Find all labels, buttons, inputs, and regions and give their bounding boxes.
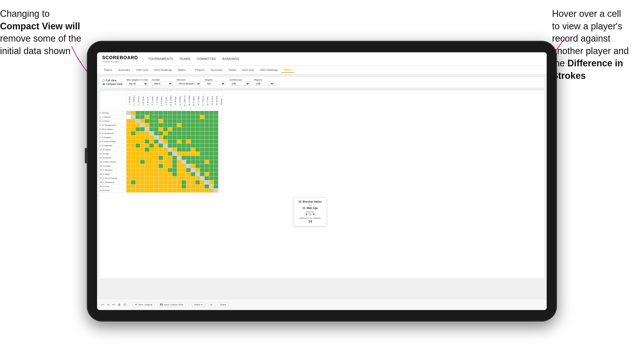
matrix-cell[interactable] xyxy=(163,119,168,123)
matrix-cell[interactable] xyxy=(186,123,191,127)
matrix-cell[interactable] xyxy=(214,184,218,189)
matrix-cell[interactable] xyxy=(214,156,218,160)
matrix-cell[interactable] xyxy=(159,172,163,176)
matrix-cell[interactable] xyxy=(191,160,195,164)
matrix-cell[interactable] xyxy=(149,115,154,119)
matrix-cell[interactable] xyxy=(136,140,140,144)
matrix-cell[interactable] xyxy=(191,156,195,160)
matrix-cell[interactable] xyxy=(154,156,159,160)
matrix-cell[interactable] xyxy=(154,115,159,119)
matrix-cell[interactable] xyxy=(149,131,154,135)
matrix-cell[interactable] xyxy=(154,164,159,168)
matrix-cell[interactable] xyxy=(195,148,200,152)
gender-select[interactable]: Men's xyxy=(152,82,172,86)
matrix-cell[interactable] xyxy=(177,168,182,172)
matrix-cell[interactable] xyxy=(136,111,140,115)
matrix-cell[interactable] xyxy=(149,127,154,131)
matrix-cell[interactable] xyxy=(214,123,218,127)
matrix-cell[interactable] xyxy=(177,127,182,131)
matrix-cell[interactable] xyxy=(136,144,140,148)
matrix-cell[interactable] xyxy=(177,148,182,152)
matrix-cell[interactable] xyxy=(182,184,186,189)
matrix-cell[interactable] xyxy=(154,131,159,135)
matrix-cell[interactable] xyxy=(136,135,140,140)
matrix-cell[interactable] xyxy=(140,123,145,127)
matrix-cell[interactable] xyxy=(172,160,177,164)
matrix-cell[interactable] xyxy=(163,156,168,160)
matrix-cell[interactable] xyxy=(177,140,182,144)
matrix-cell[interactable] xyxy=(126,111,131,115)
matrix-cell[interactable] xyxy=(168,156,172,160)
matrix-cell[interactable] xyxy=(163,152,168,156)
matrix-cell[interactable] xyxy=(172,176,177,180)
matrix-cell[interactable] xyxy=(140,168,145,172)
matrix-cell[interactable] xyxy=(145,176,149,180)
matrix-cell[interactable] xyxy=(200,131,205,135)
matrix-cell[interactable] xyxy=(136,168,140,172)
matrix-cell[interactable] xyxy=(140,156,145,160)
matrix-cell[interactable] xyxy=(177,156,182,160)
matrix-cell[interactable] xyxy=(191,127,195,131)
matrix-cell[interactable] xyxy=(149,184,154,189)
matrix-cell[interactable] xyxy=(205,131,209,135)
tab-h2h-grid-1[interactable]: H2H Grid xyxy=(134,67,150,72)
matrix-cell[interactable] xyxy=(200,156,205,160)
matrix-cell[interactable] xyxy=(200,189,205,193)
matrix-cell[interactable] xyxy=(145,131,149,135)
tab-players[interactable]: Players xyxy=(193,67,207,72)
matrix-cell[interactable] xyxy=(136,172,140,176)
matrix-cell[interactable] xyxy=(140,152,145,156)
matrix-cell[interactable] xyxy=(159,123,163,127)
tab-detail[interactable]: Detail xyxy=(226,67,239,72)
matrix-cell[interactable] xyxy=(131,184,136,189)
matrix-cell[interactable] xyxy=(131,164,136,168)
matrix-cell[interactable] xyxy=(205,189,209,193)
matrix-cell[interactable] xyxy=(182,111,186,115)
matrix-cell[interactable] xyxy=(209,140,214,144)
matrix-cell[interactable] xyxy=(172,144,177,148)
matrix-cell[interactable] xyxy=(218,115,223,119)
matrix-cell[interactable] xyxy=(214,152,218,156)
matrix-cell[interactable] xyxy=(218,189,223,193)
matrix-cell[interactable] xyxy=(126,168,131,172)
matrix-cell[interactable] xyxy=(205,123,209,127)
matrix-cell[interactable] xyxy=(154,160,159,164)
matrix-cell[interactable] xyxy=(218,127,223,131)
redo-left-icon[interactable]: ↪ xyxy=(107,303,109,306)
matrix-cell[interactable] xyxy=(126,152,131,156)
matrix-cell[interactable] xyxy=(145,127,149,131)
matrix-cell[interactable] xyxy=(172,131,177,135)
matrix-cell[interactable] xyxy=(182,172,186,176)
matrix-cell[interactable] xyxy=(168,189,172,193)
matrix-cell[interactable] xyxy=(168,164,172,168)
matrix-cell[interactable] xyxy=(126,131,131,135)
matrix-cell[interactable] xyxy=(131,119,136,123)
matrix-cell[interactable] xyxy=(209,152,214,156)
matrix-cell[interactable] xyxy=(126,172,131,176)
matrix-cell[interactable] xyxy=(159,156,163,160)
matrix-cell[interactable] xyxy=(214,140,218,144)
matrix-cell[interactable] xyxy=(177,119,182,123)
matrix-cell[interactable] xyxy=(200,148,205,152)
compact-view-option[interactable]: Compact View xyxy=(102,83,122,85)
matrix-cell[interactable] xyxy=(195,160,200,164)
matrix-cell[interactable] xyxy=(218,119,223,123)
matrix-cell[interactable] xyxy=(200,176,205,180)
matrix-cell[interactable] xyxy=(186,172,191,176)
matrix-cell[interactable] xyxy=(214,189,218,193)
matrix-cell[interactable] xyxy=(218,176,223,180)
matrix-cell[interactable] xyxy=(177,111,182,115)
matrix-cell[interactable] xyxy=(205,119,209,123)
matrix-cell[interactable] xyxy=(214,160,218,164)
matrix-cell[interactable] xyxy=(200,160,205,164)
matrix-cell[interactable] xyxy=(218,140,223,144)
matrix-cell[interactable] xyxy=(195,184,200,189)
matrix-cell[interactable] xyxy=(136,131,140,135)
tab-matrix-2[interactable]: Matrix xyxy=(281,67,294,73)
matrix-cell[interactable] xyxy=(140,172,145,176)
matrix-cell[interactable] xyxy=(159,176,163,180)
matrix-cell[interactable] xyxy=(186,119,191,123)
matrix-cell[interactable] xyxy=(136,115,140,119)
matrix-cell[interactable] xyxy=(218,168,223,172)
division-select[interactable]: NCAA Division I xyxy=(177,82,201,86)
